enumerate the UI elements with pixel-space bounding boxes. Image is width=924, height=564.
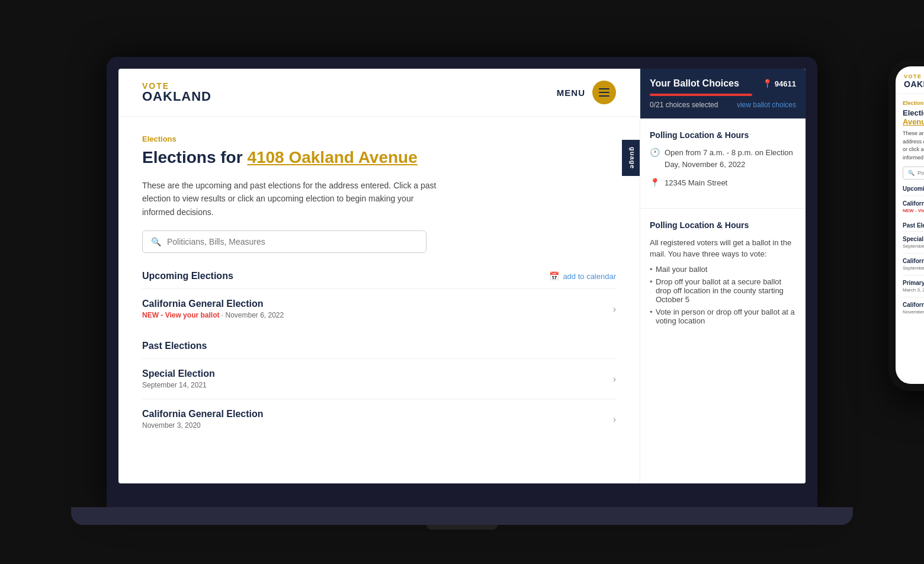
chevron-right-icon: ›	[613, 304, 616, 315]
search-bar[interactable]: 🔍	[142, 230, 426, 253]
voting-option-2: Drop off your ballot at a secure ballot …	[650, 277, 796, 304]
phone-election-date: September 14, 2021	[903, 243, 924, 249]
polling-hours: 🕐 Open from 7 a.m. - 8 p.m. on Election …	[650, 147, 796, 170]
page-description: These are the upcoming and past election…	[142, 179, 438, 219]
site-header: VOTE OAKLAND MENU	[118, 69, 640, 117]
search-icon: 🔍	[151, 237, 161, 246]
phone-screen: VOTE OAKLAND MENU Elections Elections fo…	[896, 66, 924, 384]
phone-logo: VOTE OAKLAND	[904, 73, 924, 89]
choices-selected: 0/21 choices selected	[650, 101, 718, 109]
phone-description: These are the upcoming and past election…	[903, 130, 924, 162]
phone-past-item-4[interactable]: California General Election November 6, …	[903, 297, 924, 319]
phone-past-item-1[interactable]: Special Election September 14, 2021 ›	[903, 231, 924, 253]
phone-election-info: Primary Election March 3, 2020	[903, 280, 924, 293]
add-to-calendar-button[interactable]: 📅 add to calendar	[549, 271, 616, 281]
phone-header: VOTE OAKLAND MENU	[896, 66, 924, 94]
phone-election-name: Primary Election	[903, 280, 924, 286]
phone-election-name: California General Election	[903, 258, 924, 264]
zip-badge: 📍 94611	[762, 79, 796, 88]
pin-icon: 📍	[762, 79, 772, 88]
election-date: November 6, 2022	[225, 311, 284, 319]
location-icon: 📍	[650, 178, 660, 187]
phone-logo-oakland: OAKLAND	[904, 79, 924, 89]
election-item-info: California General Election NEW - View y…	[142, 299, 284, 319]
page-title: Elections for 4108 Oakland Avenue	[142, 148, 616, 167]
view-ballot-link[interactable]: view ballot choices	[737, 101, 796, 109]
phone-search-input[interactable]	[917, 170, 924, 176]
voting-options: Mail your ballot Drop off your ballot at…	[650, 265, 796, 325]
logo-oakland: OAKLAND	[142, 90, 211, 103]
phone-upcoming-title: Upcoming Elections	[903, 185, 924, 192]
voting-option-1: Mail your ballot	[650, 265, 796, 274]
election-name: Special Election	[142, 368, 215, 379]
election-item-info: Special Election September 14, 2021	[142, 368, 215, 389]
phone-election-date: March 3, 2020	[903, 287, 924, 293]
calendar-icon: 📅	[549, 271, 559, 281]
polling-hours-text: Open from 7 a.m. - 8 p.m. on Election Da…	[665, 147, 796, 170]
right-panel: Your Ballot Choices 📍 94611 0/21 choices…	[640, 69, 806, 483]
chevron-right-icon: ›	[613, 414, 616, 425]
laptop-hinge	[426, 525, 498, 530]
phone-past-item-3[interactable]: Primary Election March 3, 2020 ›	[903, 275, 924, 297]
header-right: MENU	[557, 81, 616, 104]
upcoming-section-title: Upcoming Elections	[142, 271, 233, 281]
address-link[interactable]: 4108 Oakland Avenue	[247, 148, 417, 166]
search-input[interactable]	[167, 237, 418, 246]
polling-address-text: 12345 Main Street	[665, 177, 727, 189]
phone-upcoming-item-1[interactable]: California General Election NEW - View y…	[903, 196, 924, 217]
laptop-frame: VOTE OAKLAND MENU	[107, 57, 817, 507]
page-content: Elections Elections for 4108 Oakland Ave…	[118, 117, 640, 457]
election-name: California General Election	[142, 299, 284, 309]
main-content: VOTE OAKLAND MENU	[118, 69, 640, 483]
phone-election-info: California General Election NEW - View y…	[903, 200, 924, 213]
polling-description: All registered voters will get a ballot …	[650, 237, 796, 260]
election-item-info: California General Election November 3, …	[142, 409, 264, 430]
election-item-past-1[interactable]: Special Election September 14, 2021 ›	[142, 358, 616, 399]
language-tab[interactable]: guage	[622, 140, 640, 176]
upcoming-section-header: Upcoming Elections 📅 add to calendar	[142, 271, 616, 281]
phone-election-name: Special Election	[903, 236, 924, 242]
laptop-base	[71, 507, 853, 525]
ballot-choices-card: Your Ballot Choices 📍 94611 0/21 choices…	[640, 69, 806, 118]
polling-title-1: Polling Location & Hours	[650, 130, 796, 140]
phone-election-info: Special Election September 14, 2021	[903, 236, 924, 249]
voting-option-3: Vote in person or drop off your ballot a…	[650, 307, 796, 325]
phone-past-section: Past Elections Special Election Septembe…	[903, 222, 924, 319]
browser-content: VOTE OAKLAND MENU	[118, 69, 806, 483]
election-date: November 3, 2020	[142, 421, 264, 430]
progress-bar	[650, 94, 752, 96]
phone-election-name: California General Election	[903, 302, 924, 308]
phone-upcoming-section: Upcoming Elections 📅 add to calendar Cal…	[903, 185, 924, 217]
phone-logo-vote: VOTE	[904, 73, 924, 79]
ballot-title: Your Ballot Choices 📍 94611	[650, 78, 796, 89]
menu-label: MENU	[557, 88, 585, 98]
phone-past-title: Past Elections	[903, 222, 924, 229]
phone-breadcrumb: Elections	[903, 100, 924, 106]
election-date: September 14, 2021	[142, 381, 215, 389]
menu-button[interactable]	[592, 81, 616, 104]
phone-title: Elections for 4108 Oakland Avenue	[903, 108, 924, 126]
phone-search-bar[interactable]: 🔍	[903, 166, 924, 180]
new-badge: NEW - View your ballot	[142, 311, 219, 319]
election-item-upcoming-1[interactable]: California General Election NEW - View y…	[142, 289, 616, 329]
past-section-title: Past Elections	[142, 341, 207, 351]
phone-election-date: September 14, 2021	[903, 265, 924, 271]
phone-frame: VOTE OAKLAND MENU Elections Elections fo…	[888, 59, 924, 391]
phone-search-icon: 🔍	[908, 170, 915, 176]
election-meta: NEW - View your ballot · November 6, 202…	[142, 311, 284, 319]
ballot-meta: 0/21 choices selected view ballot choice…	[650, 101, 796, 109]
phone-upcoming-header: Upcoming Elections 📅 add to calendar	[903, 185, 924, 192]
phone-content: Elections Elections for 4108 Oakland Ave…	[896, 94, 924, 384]
phone-election-name: California General Election	[903, 200, 924, 207]
past-section-header: Past Elections	[142, 341, 616, 351]
logo: VOTE OAKLAND	[142, 82, 211, 103]
hamburger-icon	[599, 88, 609, 97]
phone-past-item-2[interactable]: California General Election September 14…	[903, 253, 924, 275]
zip-code: 94611	[775, 79, 796, 88]
election-name: California General Election	[142, 409, 264, 419]
laptop-screen: VOTE OAKLAND MENU	[118, 69, 806, 483]
breadcrumb: Elections	[142, 134, 616, 143]
phone-election-info: California General Election September 14…	[903, 258, 924, 271]
election-item-past-2[interactable]: California General Election November 3, …	[142, 399, 616, 439]
past-elections-section: Past Elections Special Election Septembe…	[142, 341, 616, 439]
